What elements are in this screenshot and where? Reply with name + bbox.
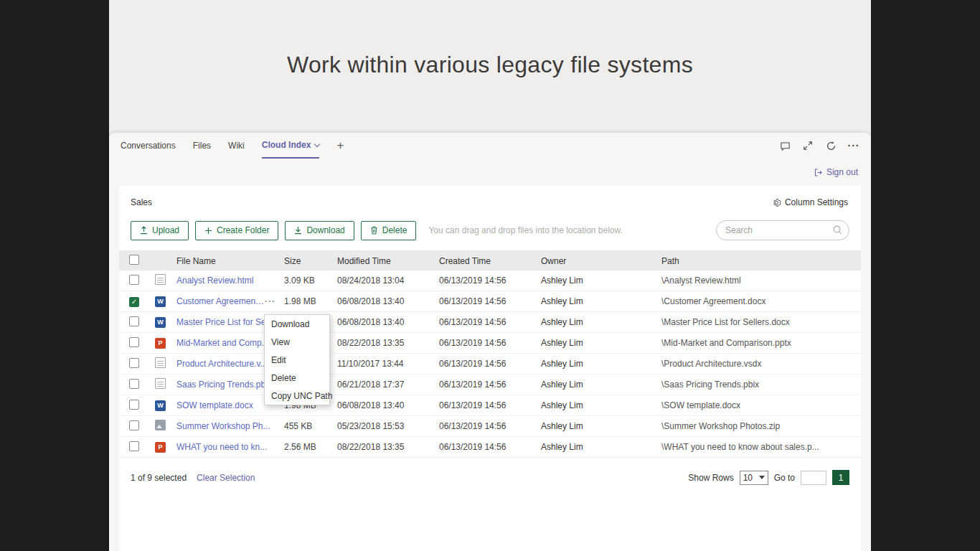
row-checkbox[interactable] (129, 400, 139, 410)
row-checkbox[interactable] (129, 337, 139, 347)
file-name-link[interactable]: Product Architecture.v... (176, 359, 268, 369)
row-checkbox[interactable] (129, 275, 139, 285)
create-folder-label: Create Folder (217, 225, 269, 235)
file-name-link[interactable]: Master Price List for Se... (176, 317, 273, 327)
select-all-checkbox[interactable] (129, 255, 139, 265)
modified-time: 06/08/2018 13:40 (337, 317, 439, 327)
table-header-row: File Name Size Modified Time Created Tim… (119, 251, 861, 270)
row-more-icon[interactable] (265, 296, 278, 306)
col-path[interactable]: Path (661, 256, 861, 266)
col-created-time[interactable]: Created Time (439, 256, 541, 266)
table-row: Analyst Review.html 3.09 KB 08/24/2018 1… (119, 270, 861, 291)
file-name-link[interactable]: Summer Workshop Ph... (176, 421, 270, 431)
download-label: Download (306, 225, 344, 235)
owner: Ashley Lim (541, 442, 661, 452)
delete-label: Delete (382, 225, 407, 235)
more-options-icon[interactable]: ··· (848, 140, 859, 151)
trash-icon (370, 226, 378, 235)
context-menu-item-delete[interactable]: Delete (265, 369, 329, 387)
upload-icon (140, 226, 148, 235)
context-menu-item-edit[interactable]: Edit (265, 351, 329, 369)
row-checkbox[interactable] (129, 297, 139, 307)
file-name-link[interactable]: WHAT you need to kn... (176, 442, 267, 452)
file-name-link[interactable]: Analyst Review.html (176, 276, 253, 286)
breadcrumb: Sales (131, 197, 152, 207)
expand-icon[interactable] (802, 140, 814, 151)
tab-cloud-index[interactable]: Cloud Index (262, 133, 320, 159)
page-title: Work within various legacy file systems (109, 52, 871, 78)
goto-page-input[interactable] (801, 471, 826, 485)
image-file-icon (155, 420, 166, 430)
table-row: Master Price List for Se... 06/08/2018 1… (119, 312, 861, 333)
file-size: 455 KB (284, 421, 337, 431)
file-path: \Customer Agreement.docx (661, 296, 861, 306)
modified-time: 06/08/2018 13:40 (337, 400, 439, 410)
file-name-link[interactable]: SOW template.docx (176, 400, 253, 410)
tab-cloud-index-label: Cloud Index (262, 140, 311, 150)
word-file-icon (155, 296, 166, 307)
content-panel: Sales Column Settings Upload Create Fold… (119, 186, 861, 551)
add-tab-button[interactable]: + (336, 133, 344, 159)
chat-icon[interactable] (779, 140, 791, 151)
row-checkbox[interactable] (129, 420, 139, 430)
powerpoint-file-icon (155, 442, 166, 453)
rows-per-page-value: 10 (743, 473, 753, 483)
table-row: Saas Pricing Trends.pbix 06/21/2018 17:3… (119, 375, 861, 395)
signout-icon (814, 168, 823, 177)
col-file-name[interactable]: File Name (176, 256, 284, 266)
row-checkbox[interactable] (129, 358, 139, 368)
refresh-icon[interactable] (825, 140, 837, 151)
signout-button[interactable]: Sign out (814, 167, 858, 177)
file-name-link[interactable]: Saas Pricing Trends.pbix (176, 380, 272, 390)
column-settings-button[interactable]: Column Settings (772, 197, 848, 207)
chevron-down-icon (314, 141, 320, 146)
gear-icon (772, 198, 781, 207)
drag-drop-hint: You can drag and drop files into the loc… (428, 225, 622, 235)
created-time: 06/13/2019 14:56 (439, 338, 541, 348)
file-name-link[interactable]: Customer Agreement... (176, 296, 265, 306)
tab-conversations[interactable]: Conversations (121, 133, 176, 159)
upload-button[interactable]: Upload (131, 221, 189, 240)
created-time: 06/13/2019 14:56 (439, 359, 541, 369)
file-path: \Summer Workshop Photos.zip (661, 421, 861, 431)
create-folder-button[interactable]: Create Folder (195, 221, 278, 240)
modified-time: 06/21/2018 17:37 (337, 380, 439, 390)
modified-time: 11/10/2017 13:44 (337, 359, 439, 369)
current-page-button[interactable]: 1 (832, 470, 849, 485)
row-checkbox[interactable] (129, 441, 139, 451)
clear-selection-link[interactable]: Clear Selection (197, 473, 255, 483)
search-input[interactable] (716, 220, 849, 240)
row-checkbox[interactable] (129, 379, 139, 389)
created-time: 06/13/2019 14:56 (439, 296, 541, 306)
table-row: Product Architecture.v... 11/10/2017 13:… (119, 354, 861, 375)
owner: Ashley Lim (541, 380, 661, 390)
selection-count: 1 of 9 selected (131, 473, 187, 483)
created-time: 06/13/2019 14:56 (439, 380, 541, 390)
delete-button[interactable]: Delete (361, 221, 417, 240)
table-footer: 1 of 9 selected Clear Selection Show Row… (119, 458, 861, 497)
file-size: 2.56 MB (284, 442, 337, 452)
rows-per-page-select[interactable]: 10 (740, 471, 768, 485)
download-button[interactable]: Download (285, 221, 354, 240)
word-file-icon (155, 317, 166, 328)
tab-wiki[interactable]: Wiki (228, 133, 245, 159)
tab-files[interactable]: Files (193, 133, 211, 159)
app-window: Conversations Files Wiki Cloud Index + ·… (109, 133, 871, 551)
row-checkbox[interactable] (129, 316, 139, 326)
generic-file-icon (155, 378, 166, 389)
table-row: SOW template.docx 1.98 MB 06/08/2018 13:… (119, 395, 861, 416)
created-time: 06/13/2019 14:56 (439, 421, 541, 431)
powerpoint-file-icon (155, 338, 166, 349)
col-modified-time[interactable]: Modified Time (337, 256, 439, 266)
owner: Ashley Lim (541, 296, 661, 306)
col-owner[interactable]: Owner (541, 256, 661, 266)
col-size[interactable]: Size (284, 256, 337, 266)
pagination: Show Rows 10 Go to 1 (688, 470, 849, 485)
modified-time: 06/08/2018 13:40 (337, 296, 439, 306)
owner: Ashley Lim (541, 276, 661, 286)
context-menu-item-download[interactable]: Download (265, 315, 329, 333)
owner: Ashley Lim (541, 338, 661, 348)
context-menu-item-view[interactable]: View (265, 333, 329, 351)
context-menu-item-copy-unc-path[interactable]: Copy UNC Path (265, 387, 329, 405)
file-name-link[interactable]: Mid-Market and Comp... (176, 338, 269, 348)
